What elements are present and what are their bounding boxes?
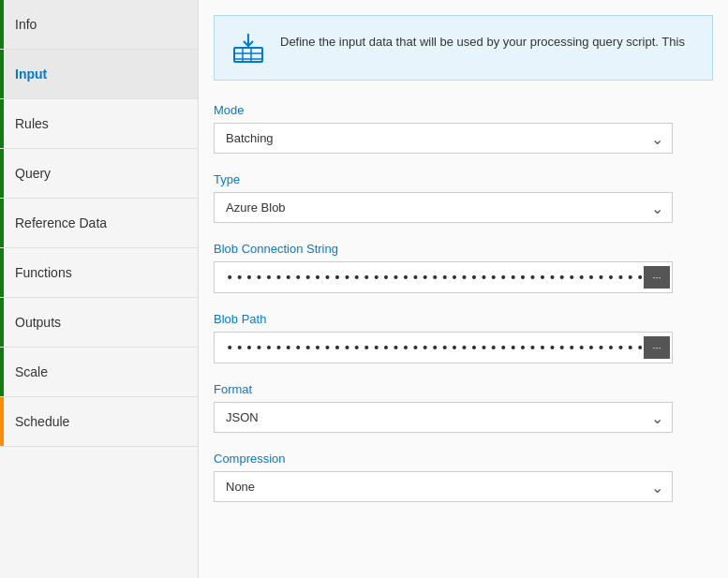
accent-bar	[0, 298, 4, 347]
accent-bar	[0, 0, 4, 49]
blob-connection-dots: ••••••••••••••••••••••••••••••••••••••••…	[215, 262, 642, 292]
accent-bar	[0, 50, 4, 98]
blob-connection-group: Blob Connection String •••••••••••••••••…	[214, 242, 713, 293]
accent-bar	[0, 348, 4, 396]
sidebar-item-query[interactable]: Query	[0, 149, 198, 199]
sidebar-item-label: Schedule	[15, 414, 69, 429]
blob-path-group: Blob Path ••••••••••••••••••••••••••••••…	[214, 312, 713, 363]
info-banner: Define the input data that will be used …	[214, 15, 713, 81]
blob-connection-browse-button[interactable]: ···	[644, 266, 670, 289]
sidebar-item-outputs[interactable]: Outputs	[0, 298, 198, 348]
sidebar-item-rules[interactable]: Rules	[0, 99, 198, 149]
accent-bar	[0, 199, 4, 247]
sidebar-item-label: Functions	[15, 265, 72, 280]
type-select[interactable]: Azure Blob Azure Event Hub Azure IoT Hub	[214, 192, 673, 223]
sidebar-item-info[interactable]: Info	[0, 0, 198, 50]
compression-select-wrapper: None GZip Deflate	[214, 471, 673, 502]
sidebar-item-input[interactable]: Input	[0, 50, 198, 99]
accent-bar	[0, 99, 4, 148]
blob-path-label: Blob Path	[214, 312, 713, 326]
accent-bar	[0, 397, 4, 446]
sidebar-item-label: Reference Data	[15, 215, 107, 230]
sidebar-item-label: Rules	[15, 116, 49, 131]
sidebar-item-label: Scale	[15, 364, 48, 379]
input-icon	[230, 29, 267, 67]
blob-connection-label: Blob Connection String	[214, 242, 713, 256]
mode-select[interactable]: Batching Streaming	[214, 123, 673, 154]
sidebar-item-scale[interactable]: Scale	[0, 348, 198, 397]
accent-bar	[0, 248, 4, 297]
sidebar-item-label: Info	[15, 17, 37, 32]
form-area: Mode Batching Streaming Type Azure Blob …	[199, 103, 728, 543]
blob-path-dots: ••••••••••••••••••••••••••••••••••••••••…	[215, 333, 642, 363]
format-select[interactable]: JSON CSV Avro	[214, 402, 673, 433]
type-select-wrapper: Azure Blob Azure Event Hub Azure IoT Hub	[214, 192, 673, 223]
format-select-wrapper: JSON CSV Avro	[214, 402, 673, 433]
main-content: Define the input data that will be used …	[199, 0, 728, 578]
sidebar: Info Input Rules Query Reference Data Fu…	[0, 0, 199, 578]
mode-group: Mode Batching Streaming	[214, 103, 713, 154]
sidebar-item-label: Outputs	[15, 315, 61, 330]
sidebar-item-label: Query	[15, 166, 51, 181]
type-group: Type Azure Blob Azure Event Hub Azure Io…	[214, 172, 713, 223]
format-group: Format JSON CSV Avro	[214, 382, 713, 433]
download-table-icon	[231, 31, 265, 65]
accent-bar	[0, 149, 4, 198]
blob-connection-field: ••••••••••••••••••••••••••••••••••••••••…	[214, 261, 673, 293]
mode-label: Mode	[214, 103, 713, 117]
mode-select-wrapper: Batching Streaming	[214, 123, 673, 154]
sidebar-item-schedule[interactable]: Schedule	[0, 397, 198, 447]
format-label: Format	[214, 382, 713, 396]
sidebar-item-reference-data[interactable]: Reference Data	[0, 199, 198, 248]
compression-group: Compression None GZip Deflate	[214, 452, 713, 502]
compression-label: Compression	[214, 452, 713, 466]
banner-text: Define the input data that will be used …	[280, 29, 685, 52]
sidebar-item-functions[interactable]: Functions	[0, 248, 198, 298]
compression-select[interactable]: None GZip Deflate	[214, 471, 673, 502]
type-label: Type	[214, 172, 713, 186]
sidebar-item-label: Input	[15, 67, 47, 82]
blob-path-field: ••••••••••••••••••••••••••••••••••••••••…	[214, 332, 673, 363]
blob-path-browse-button[interactable]: ···	[644, 336, 670, 359]
